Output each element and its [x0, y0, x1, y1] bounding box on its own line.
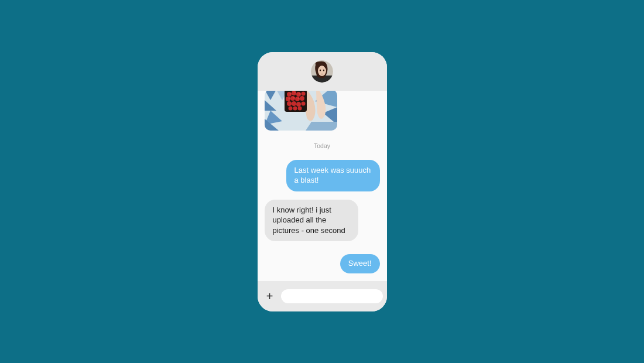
svg-point-4: [320, 69, 321, 71]
received-message-bubble[interactable]: I know right! i just uploaded all the pi…: [265, 200, 358, 242]
chat-window: Today Last week was suuuch a blast! I kn…: [258, 52, 387, 311]
svg-point-34: [288, 97, 290, 99]
message-input[interactable]: [281, 289, 383, 303]
svg-point-33: [299, 93, 300, 94]
chat-header: [258, 52, 387, 91]
timestamp-label: Today: [265, 142, 380, 149]
svg-point-35: [293, 97, 294, 98]
conversation-area[interactable]: Today Last week was suuuch a blast! I kn…: [258, 91, 387, 281]
svg-point-29: [293, 106, 297, 110]
svg-point-19: [301, 91, 305, 95]
plus-icon: +: [266, 290, 273, 302]
avatar-image: [311, 60, 333, 83]
svg-point-31: [289, 93, 291, 94]
contact-avatar[interactable]: [311, 60, 333, 83]
svg-point-5: [323, 69, 324, 71]
svg-point-36: [297, 97, 299, 99]
received-photo-message[interactable]: [265, 91, 337, 131]
svg-point-26: [296, 102, 301, 107]
input-bar: +: [258, 281, 387, 311]
svg-point-30: [297, 106, 302, 110]
svg-point-24: [287, 101, 292, 106]
sent-message-bubble[interactable]: Last week was suuuch a blast!: [286, 160, 380, 191]
svg-point-27: [301, 101, 305, 105]
add-attachment-button[interactable]: +: [265, 291, 275, 302]
svg-point-28: [288, 106, 292, 110]
svg-point-25: [292, 101, 296, 106]
sent-message-bubble[interactable]: Sweet!: [340, 254, 380, 273]
photo-thumbnail: [265, 91, 337, 131]
svg-point-23: [300, 96, 304, 101]
svg-point-32: [294, 91, 296, 93]
